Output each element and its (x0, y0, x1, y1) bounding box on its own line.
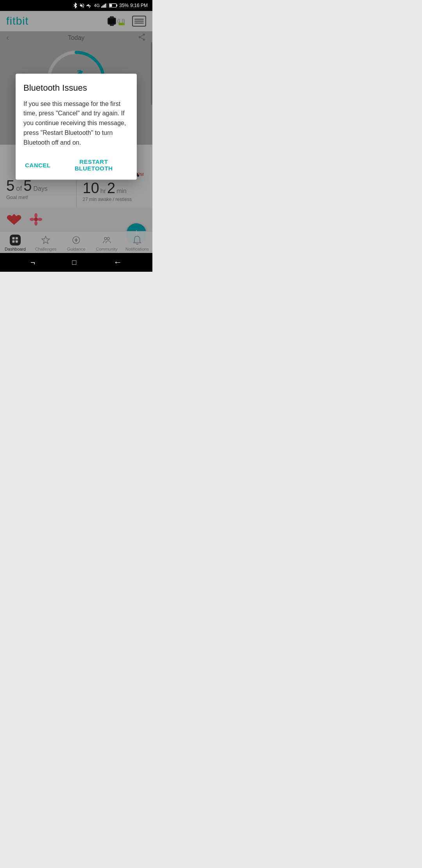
svg-line-1 (74, 4, 75, 5)
mute-icon (79, 3, 85, 8)
wifi-icon (86, 3, 93, 8)
svg-rect-8 (116, 5, 117, 7)
svg-line-0 (74, 5, 75, 7)
signal-icon (101, 3, 107, 8)
battery-icon (109, 3, 118, 8)
dialog-title: Bluetooth Issues (23, 83, 129, 93)
android-nav-bar: ⌐ □ ← (0, 253, 152, 272)
cancel-button[interactable]: CANCEL (23, 157, 52, 174)
status-icons: 4G 35% 9:16 PM (72, 2, 148, 9)
svg-rect-5 (105, 4, 106, 7)
svg-rect-3 (102, 5, 103, 8)
dialog-actions: CANCEL RESTART BLUETOOTH (23, 157, 129, 174)
time-display: 9:16 PM (130, 3, 148, 8)
app-background: fitbit ((·)) (0, 11, 152, 253)
svg-rect-2 (101, 6, 102, 7)
back-button[interactable]: ← (113, 257, 122, 267)
restart-bluetooth-button[interactable]: RESTART BLUETOOTH (59, 157, 129, 174)
svg-rect-4 (104, 5, 105, 8)
bluetooth-dialog: Bluetooth Issues If you see this message… (16, 74, 137, 180)
battery-percent: 35% (119, 3, 129, 8)
svg-rect-9 (109, 4, 112, 7)
network-indicator: 4G (94, 3, 100, 8)
recent-apps-button[interactable]: ⌐ (30, 258, 35, 267)
status-bar: 4G 35% 9:16 PM (0, 0, 152, 11)
dialog-body: If you see this message for the first ti… (23, 99, 129, 148)
bluetooth-icon (72, 2, 78, 9)
svg-rect-6 (106, 3, 107, 7)
home-button[interactable]: □ (72, 258, 76, 267)
